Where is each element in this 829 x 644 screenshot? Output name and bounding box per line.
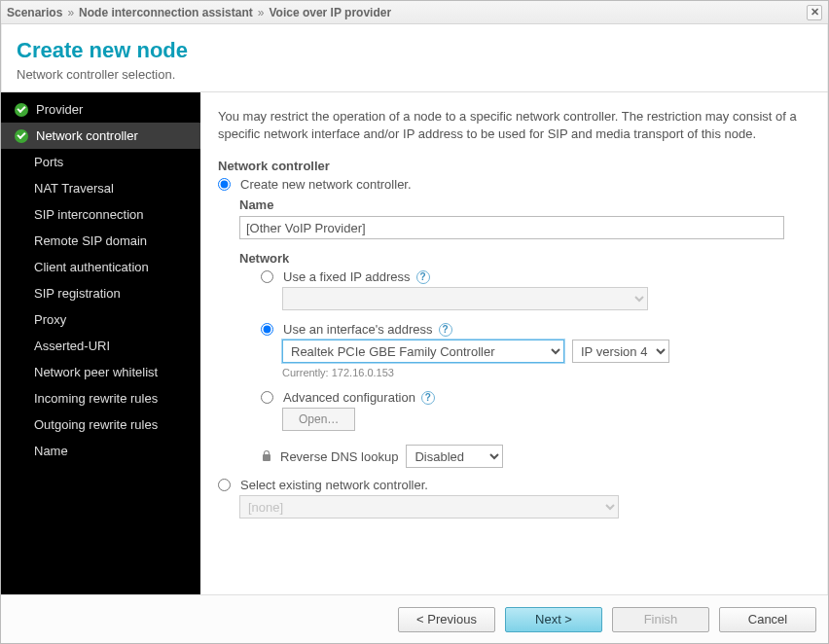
sidebar-item-label: SIP registration: [34, 286, 121, 301]
fixed-ip-radio-row[interactable]: Use a fixed IP address ?: [261, 269, 805, 284]
lock-icon: [261, 450, 272, 462]
reverse-dns-row: Reverse DNS lookup Disabled: [261, 445, 805, 468]
advanced-radio-row[interactable]: Advanced configuration ?: [261, 390, 805, 405]
close-icon[interactable]: ✕: [807, 5, 822, 20]
sidebar-item-sip-interconnection[interactable]: SIP interconnection: [1, 201, 200, 228]
sidebar-item-label: Name: [34, 444, 68, 458]
create-new-controller-radio-row[interactable]: Create new network controller.: [218, 177, 805, 192]
open-advanced-button: Open…: [282, 408, 355, 431]
interface-radio[interactable]: [261, 323, 273, 336]
sidebar-item-proxy[interactable]: Proxy: [1, 306, 200, 333]
page-title: Create new node: [17, 38, 812, 63]
main-content: You may restrict the operation of a node…: [200, 92, 828, 594]
select-existing-label: Select existing network controller.: [240, 478, 428, 492]
check-icon: [15, 129, 28, 143]
fixed-ip-radio[interactable]: [261, 270, 273, 283]
page-subtitle: Network controller selection.: [17, 67, 812, 82]
dialog-window: Scenarios » Node interconnection assista…: [0, 0, 829, 644]
sidebar-item-network-peer-whitelist[interactable]: Network peer whitelist: [1, 359, 200, 385]
footer: < Previous Next > Finish Cancel: [1, 594, 828, 643]
titlebar: Scenarios » Node interconnection assista…: [1, 1, 828, 24]
sidebar-item-label: Client authentication: [34, 260, 149, 274]
sidebar-item-label: Asserted-URI: [34, 339, 110, 353]
sidebar-item-label: Network controller: [36, 128, 138, 143]
sidebar-item-label: Ports: [34, 155, 63, 169]
sidebar-item-name[interactable]: Name: [1, 438, 200, 464]
sidebar-item-ports[interactable]: Ports: [1, 149, 200, 175]
network-controller-label: Network controller: [218, 159, 805, 173]
existing-controller-select: [none]: [239, 495, 619, 519]
name-input[interactable]: [239, 216, 784, 239]
description-text: You may restrict the operation of a node…: [218, 108, 805, 143]
fixed-ip-label: Use a fixed IP address: [283, 269, 411, 284]
sidebar-item-sip-registration[interactable]: SIP registration: [1, 280, 200, 306]
sidebar-item-remote-sip-domain[interactable]: Remote SIP domain: [1, 228, 200, 254]
ip-version-select[interactable]: IP version 4: [572, 340, 669, 363]
sidebar-item-label: Proxy: [34, 312, 66, 327]
sidebar-item-asserted-uri[interactable]: Asserted-URI: [1, 333, 200, 359]
sidebar: ProviderNetwork controllerPortsNAT Trave…: [1, 92, 200, 594]
name-label: Name: [239, 197, 805, 212]
advanced-label: Advanced configuration: [283, 390, 415, 405]
previous-button[interactable]: < Previous: [398, 607, 495, 632]
sidebar-item-label: Provider: [36, 102, 83, 117]
create-new-controller-radio[interactable]: [218, 178, 231, 191]
sidebar-item-provider[interactable]: Provider: [1, 96, 200, 123]
help-icon[interactable]: ?: [439, 323, 452, 337]
select-existing-radio-row[interactable]: Select existing network controller.: [218, 478, 805, 492]
cancel-button[interactable]: Cancel: [719, 607, 816, 632]
sidebar-item-label: Incoming rewrite rules: [34, 391, 158, 406]
select-existing-radio[interactable]: [218, 479, 231, 491]
sidebar-item-label: NAT Traversal: [34, 181, 114, 196]
sidebar-item-label: Network peer whitelist: [34, 365, 158, 379]
breadcrumb-2[interactable]: Node interconnection assistant: [79, 6, 253, 19]
sidebar-item-network-controller[interactable]: Network controller: [1, 123, 200, 149]
breadcrumb-sep: »: [67, 6, 74, 19]
reverse-dns-label: Reverse DNS lookup: [280, 449, 398, 464]
sidebar-item-nat-traversal[interactable]: NAT Traversal: [1, 175, 200, 201]
network-label: Network: [239, 251, 805, 266]
current-ip-text: Currently: 172.16.0.153: [282, 367, 805, 378]
finish-button: Finish: [612, 607, 709, 632]
sidebar-item-incoming-rewrite-rules[interactable]: Incoming rewrite rules: [1, 385, 200, 411]
interface-select[interactable]: Realtek PCIe GBE Family Controller: [282, 340, 564, 363]
next-button[interactable]: Next >: [505, 607, 602, 632]
breadcrumb-sep: »: [258, 6, 265, 19]
interface-label: Use an interface's address: [283, 322, 433, 337]
help-icon[interactable]: ?: [416, 270, 430, 284]
interface-radio-row[interactable]: Use an interface's address ?: [261, 322, 805, 337]
sidebar-item-client-authentication[interactable]: Client authentication: [1, 254, 200, 280]
header: Create new node Network controller selec…: [1, 24, 828, 91]
check-icon: [15, 103, 28, 117]
body: ProviderNetwork controllerPortsNAT Trave…: [1, 92, 828, 594]
fixed-ip-select: [282, 287, 648, 310]
breadcrumb-1[interactable]: Scenarios: [7, 6, 62, 19]
breadcrumb-3[interactable]: Voice over IP provider: [269, 6, 391, 19]
create-new-controller-label: Create new network controller.: [240, 177, 412, 192]
reverse-dns-select[interactable]: Disabled: [406, 445, 503, 468]
help-icon[interactable]: ?: [421, 391, 435, 405]
advanced-radio[interactable]: [261, 391, 273, 404]
sidebar-item-label: SIP interconnection: [34, 207, 144, 222]
sidebar-item-label: Remote SIP domain: [34, 233, 147, 248]
sidebar-item-label: Outgoing rewrite rules: [34, 417, 158, 432]
sidebar-item-outgoing-rewrite-rules[interactable]: Outgoing rewrite rules: [1, 411, 200, 438]
